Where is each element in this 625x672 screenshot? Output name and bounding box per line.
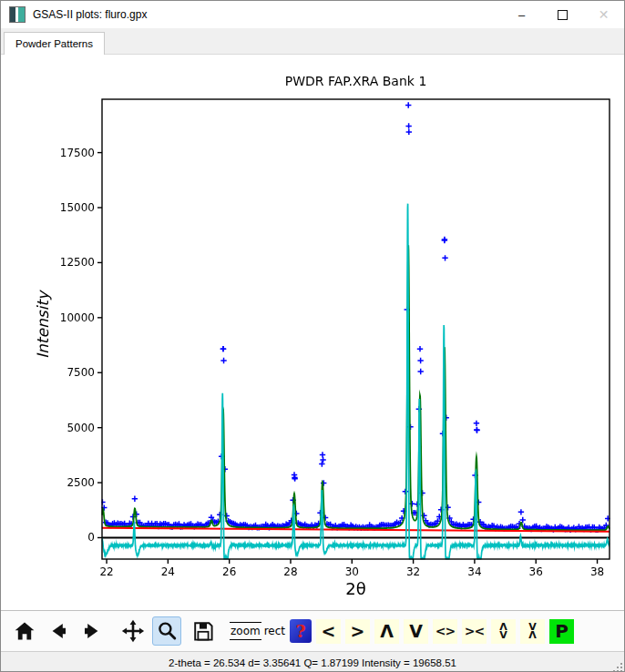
minimize-icon: –	[518, 8, 525, 22]
minimize-button[interactable]: –	[501, 1, 542, 28]
cursor-position-readout: 2-theta = 26.534 d= 3.35641 Q= 1.87199 I…	[169, 657, 456, 668]
back-arrow-icon	[47, 620, 69, 642]
plot-title: PWDR FAP.XRA Bank 1	[102, 74, 610, 88]
pan-button[interactable]	[118, 616, 148, 646]
back-button[interactable]	[44, 616, 73, 646]
window-title: GSAS-II plots: fluro.gpx	[33, 8, 147, 21]
save-button[interactable]	[189, 616, 218, 646]
home-icon	[14, 620, 36, 642]
app-icon	[9, 6, 26, 23]
close-button[interactable]: ✕	[583, 1, 624, 28]
gsas-plot-window: GSAS-II plots: fluro.gpx – ✕ Powder Patt…	[0, 0, 625, 672]
forward-arrow-icon	[81, 620, 103, 642]
zoom-mode-indicator: zoom rect	[230, 622, 285, 640]
help-button[interactable]: ?	[290, 619, 312, 643]
compress-y-button[interactable]: V Λ	[520, 619, 545, 644]
tab-label: Powder Patterns	[15, 38, 93, 49]
home-button[interactable]	[10, 616, 39, 646]
plot-region: PWDR FAP.XRA Bank 1 Intensity 2θ	[1, 55, 625, 610]
save-icon	[192, 620, 214, 642]
plot-toolbar: zoom rect ? <>ΛV<>><Λ VV ΛP	[1, 610, 624, 651]
tab-powder-patterns[interactable]: Powder Patterns	[4, 32, 105, 55]
shift-up-button[interactable]: Λ	[374, 619, 399, 644]
shift-left-button[interactable]: <	[316, 619, 341, 644]
peaks-button[interactable]: P	[549, 619, 574, 644]
plot-canvas[interactable]	[1, 55, 625, 610]
help-icon: ?	[295, 621, 305, 641]
expand-y-button[interactable]: Λ V	[491, 619, 516, 644]
y-axis-label: Intensity	[34, 291, 52, 359]
status-bar: 2-theta = 26.534 d= 3.35641 Q= 1.87199 I…	[1, 651, 624, 672]
x-axis-label: 2θ	[102, 579, 610, 598]
zoom-button[interactable]	[152, 616, 181, 646]
forward-button[interactable]	[77, 616, 107, 646]
zoom-mode-word: zoom	[230, 622, 261, 640]
magnifier-icon	[156, 620, 178, 642]
expand-x-button[interactable]: <>	[433, 619, 457, 644]
shift-right-button[interactable]: >	[345, 619, 370, 644]
window-titlebar[interactable]: GSAS-II plots: fluro.gpx – ✕	[1, 1, 624, 29]
resize-grip[interactable]	[611, 661, 623, 672]
maximize-icon	[558, 10, 568, 20]
pan-icon	[121, 619, 145, 643]
tab-bar: Powder Patterns	[1, 29, 624, 55]
zoom-mode-rest: rect	[264, 625, 285, 637]
shift-down-button[interactable]: V	[404, 619, 428, 644]
maximize-button[interactable]	[542, 1, 583, 28]
compress-x-button[interactable]: ><	[462, 619, 487, 644]
close-icon: ✕	[599, 7, 610, 22]
